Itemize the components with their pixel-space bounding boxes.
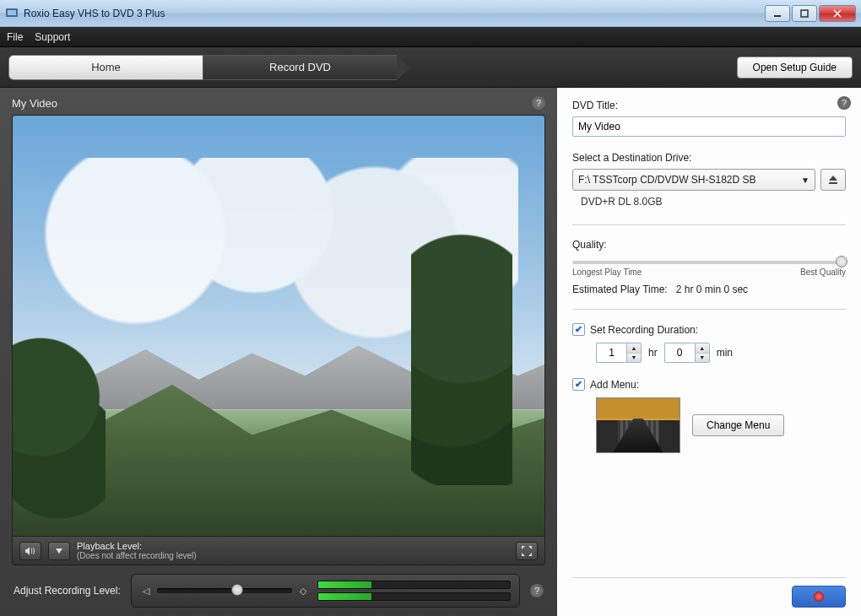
settings-panel: ? DVD Title: Select a Destination Drive:… [557,88,861,616]
recording-slider-group: ◁ ◇ [140,585,309,597]
hours-down-button[interactable]: ▼ [627,354,641,363]
playback-level-label: Playback Level: [77,541,197,551]
hours-up-button[interactable]: ▲ [627,343,641,354]
chevron-down-icon: ▼ [801,176,810,185]
playback-text: Playback Level: (Does not affect recordi… [77,541,197,560]
tab-record-dvd[interactable]: Record DVD [203,55,397,80]
record-button[interactable] [792,586,846,608]
recording-level-row: Adjust Recording Level: ◁ ◇ ? [12,565,545,609]
menu-bar: File Support [0,27,861,47]
set-duration-label: Set Recording Duration: [590,324,698,336]
adjust-recording-label: Adjust Recording Level: [14,585,121,597]
duration-hours-input[interactable] [596,343,626,363]
quality-max-label: Best Quality [800,267,846,277]
duration-hours-spinner: ▲ ▼ [626,343,642,363]
menu-support[interactable]: Support [35,31,70,43]
open-setup-guide-button[interactable]: Open Setup Guide [737,57,853,78]
app-icon [5,7,19,20]
svg-rect-1 [8,10,16,15]
volume-down-icon[interactable]: ◁ [140,585,152,597]
tab-home[interactable]: Home [8,55,203,80]
nav-tabs: Home Record DVD [8,55,397,80]
window-title: Roxio Easy VHS to DVD 3 Plus [24,8,763,19]
add-menu-checkbox[interactable] [572,378,585,391]
level-meters [317,581,511,601]
window-controls [763,5,856,22]
slider-thumb[interactable] [231,584,243,596]
recording-level-slider[interactable] [157,588,292,593]
menu-file[interactable]: File [7,31,23,43]
menu-thumbnail [596,397,680,453]
destination-drive-select[interactable]: F:\ TSSTcorp CD/DVDW SH-S182D SB ▼ [572,169,815,191]
duration-inputs: ▲ ▼ hr ▲ ▼ min [596,343,846,363]
preview-panel: My Video ? [0,88,557,616]
svg-rect-2 [774,15,781,17]
app-window: Roxio Easy VHS to DVD 3 Plus File Suppor… [0,0,861,616]
quality-label: Quality: [572,239,846,251]
duration-minutes-input[interactable] [664,343,695,363]
minutes-unit: min [717,347,733,359]
fullscreen-icon[interactable] [516,542,538,560]
preview-controls: Playback Level: (Does not affect recordi… [13,536,544,565]
preview-frame: Playback Level: (Does not affect recordi… [12,115,545,565]
svg-rect-3 [801,10,808,17]
playback-dropdown-button[interactable] [48,542,70,560]
preview-title: My Video [12,97,57,110]
duration-minutes-spinner: ▲ ▼ [695,343,710,363]
minimize-button[interactable] [765,5,790,22]
minutes-down-button[interactable]: ▼ [696,354,709,363]
video-preview [13,116,544,536]
volume-up-icon[interactable]: ◇ [297,585,309,597]
minutes-up-button[interactable]: ▲ [696,343,709,354]
quality-slider[interactable] [572,261,846,264]
svg-rect-4 [829,182,837,184]
playback-level-note: (Does not affect recording level) [77,551,197,560]
toolbar: Home Record DVD Open Setup Guide [0,47,861,88]
quality-slider-thumb[interactable] [836,256,847,267]
change-menu-button[interactable]: Change Menu [692,414,784,436]
title-bar: Roxio Easy VHS to DVD 3 Plus [0,0,861,27]
maximize-button[interactable] [792,5,817,22]
main-area: My Video ? [0,88,861,616]
help-icon[interactable]: ? [530,584,544,597]
estimated-label: Estimated Play Time: [572,284,668,295]
help-icon[interactable]: ? [837,96,851,110]
add-menu-label: Add Menu: [590,379,639,391]
recording-level-panel: ◁ ◇ [131,574,520,608]
eject-button[interactable] [820,169,846,191]
quality-min-label: Longest Play Time [572,267,642,277]
speaker-icon[interactable] [19,542,41,560]
set-duration-checkbox[interactable] [572,323,585,336]
preview-header: My Video ? [12,96,545,110]
bottom-bar [572,577,846,608]
record-icon [814,592,824,602]
media-info: DVD+R DL 8.0GB [581,196,846,208]
help-icon[interactable]: ? [532,96,545,110]
estimated-value: 2 hr 0 min 0 sec [676,284,748,295]
level-meter-left [317,581,511,589]
destination-drive-value: F:\ TSSTcorp CD/DVDW SH-S182D SB [578,174,756,186]
hours-unit: hr [648,347,658,359]
destination-drive-label: Select a Destination Drive: [572,152,846,164]
close-button[interactable] [819,5,856,22]
dvd-title-label: DVD Title: [572,100,846,111]
level-meter-right [317,592,511,601]
dvd-title-input[interactable] [572,116,846,137]
